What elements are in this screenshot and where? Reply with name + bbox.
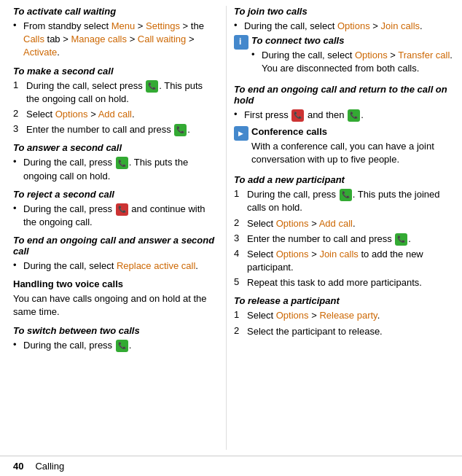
connect-two-calls-content: To connect two calls • During the call, … (251, 35, 453, 77)
end-and-answer-text: During the call, select Replace active c… (23, 260, 217, 273)
section-add-participant-title: To add a new participant (234, 174, 453, 185)
join-two-calls-text: During the call, select Options > Join c… (244, 20, 453, 33)
list-item: 2 Select Options > Add call. (234, 217, 453, 230)
list-item: • During the call, select Replace active… (13, 260, 217, 273)
section-answer-second-call-title: To answer a second call (13, 142, 217, 153)
list-item: 2 Select Options > Add call. (13, 108, 217, 121)
section-conference-calls-title: Conference calls (251, 126, 453, 137)
options-link: Options (55, 109, 88, 120)
step-text: Select the participant to release. (247, 325, 453, 338)
step-number: 2 (234, 217, 244, 230)
step-text: Select Options > Add call. (26, 108, 217, 121)
note-icon (234, 35, 248, 50)
list-item: 4 Select Options > Join calls to add the… (234, 248, 453, 274)
section-release-participant-title: To release a participant (234, 295, 453, 306)
list-item: 1 Select Options > Release party. (234, 309, 453, 322)
step-text: Select Options > Add call. (247, 217, 453, 230)
options-link: Options (355, 50, 388, 61)
list-item: 3 Enter the number to call and press 📞. (234, 233, 453, 246)
section-end-return-title: To end an ongoing call and return to the… (234, 84, 453, 106)
list-item: • From standby select Menu > Settings > … (13, 20, 217, 60)
add-call-link: Add call (319, 218, 353, 229)
release-party-link: Release party (319, 310, 377, 321)
step-text: Repeat this task to add more participant… (247, 276, 453, 289)
green-phone-icon: 📞 (146, 80, 158, 93)
left-column: To activate call waiting • From standby … (0, 6, 226, 450)
manage-calls-link: Manage calls (71, 34, 127, 44)
step-number: 4 (234, 248, 244, 274)
bullet-point: • (13, 156, 20, 182)
activate-link: Activate (23, 47, 57, 58)
step-text: Enter the number to call and press 📞. (247, 233, 453, 246)
join-calls-link: Join calls (381, 20, 420, 31)
bullet-point: • (13, 260, 20, 273)
section-activate-call-waiting-title: To activate call waiting (13, 6, 217, 17)
section-join-two-calls-title: To join two calls (234, 6, 453, 17)
section-switch-calls-title: To switch between two calls (13, 325, 217, 336)
green-phone-icon: 📞 (174, 124, 187, 136)
settings-link: Settings (146, 20, 180, 31)
join-calls-link: Join calls (319, 249, 358, 260)
step-text: Enter the number to call and press 📞. (26, 123, 217, 136)
section-handling-two-calls-title: Handling two voice calls (13, 278, 217, 289)
bullet-point: • (13, 339, 20, 352)
activate-call-waiting-text: From standby select Menu > Settings > th… (23, 20, 217, 60)
step-text: During the call, select press 📞. This pu… (26, 79, 217, 106)
page-footer: 40 Calling (0, 456, 462, 476)
conference-calls-text: With a conference call, you can have a j… (251, 140, 453, 166)
section-make-second-call-title: To make a second call (13, 66, 217, 77)
list-item: 1 During the call, select press 📞. This … (13, 79, 217, 106)
step-number: 2 (13, 108, 23, 121)
right-column: To join two calls • During the call, sel… (226, 6, 462, 450)
list-item: • During the call, press 📞. (13, 339, 217, 352)
page-number: 40 (13, 461, 23, 472)
list-item: 5 Repeat this task to add more participa… (234, 276, 453, 289)
connect-two-calls-text: During the call, select Options > Transf… (262, 49, 453, 75)
green-phone-icon: 📞 (116, 340, 128, 352)
list-item: 3 Enter the number to call and press 📞. (13, 123, 217, 136)
red-phone-icon: 📞 (291, 109, 304, 122)
section-reject-second-call-title: To reject a second call (13, 189, 217, 200)
calls-link: Calls (23, 34, 44, 44)
step-text: Select Options > Join calls to add the n… (247, 248, 453, 274)
conference-calls-section: Conference calls With a conference call,… (234, 126, 453, 168)
list-item: • During the call, press 📞 and continue … (13, 203, 217, 229)
bullet-point: • (234, 20, 241, 33)
green-phone-icon: 📞 (395, 233, 407, 246)
bullet-point: • (13, 203, 20, 229)
bullet-point: • (251, 49, 259, 75)
step-text: Select Options > Release party. (247, 309, 453, 322)
conference-icon (234, 126, 248, 141)
step-number: 5 (234, 276, 244, 289)
call-waiting-link: Call waiting (138, 34, 186, 44)
green-phone-icon: 📞 (116, 157, 128, 169)
list-item: • During the call, press 📞. This puts th… (13, 156, 217, 182)
list-item: • During the call, select Options > Join… (234, 20, 453, 33)
menu-link: Menu (111, 20, 136, 31)
list-item: • First press 📞 and then 📞. (234, 109, 453, 122)
step-number: 3 (13, 123, 23, 136)
content-area: To activate call waiting • From standby … (0, 0, 462, 456)
step-text: During the call, press 📞. This puts the … (247, 188, 453, 214)
step-number: 3 (234, 233, 244, 246)
answer-second-call-text: During the call, press 📞. This puts the … (23, 156, 217, 182)
list-item: 1 During the call, press 📞. This puts th… (234, 188, 453, 214)
step-number: 1 (13, 79, 23, 106)
bullet-point: • (234, 109, 241, 122)
list-item: • During the call, select Options > Tran… (251, 49, 453, 75)
transfer-call-link: Transfer call (398, 50, 450, 61)
footer-title: Calling (35, 461, 64, 472)
section-connect-two-calls-title: To connect two calls (251, 35, 453, 46)
end-return-text: First press 📞 and then 📞. (244, 109, 453, 122)
replace-active-link: Replace active call (117, 260, 195, 271)
options-link: Options (276, 310, 309, 321)
switch-calls-text: During the call, press 📞. (23, 339, 217, 352)
page: To activate call waiting • From standby … (0, 0, 462, 476)
options-link: Options (276, 249, 309, 260)
step-number: 1 (234, 309, 244, 322)
bullet-point: • (13, 20, 20, 60)
section-end-and-answer-title: To end an ongoing call and answer a seco… (13, 235, 217, 257)
options-link: Options (276, 218, 309, 229)
green-phone-icon: 📞 (340, 189, 352, 201)
step-number: 2 (234, 325, 244, 338)
